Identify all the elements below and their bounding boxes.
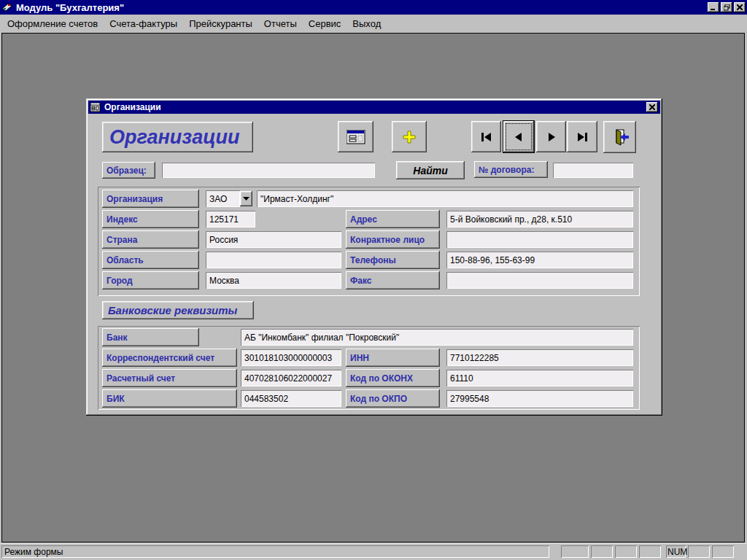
menu-bar: Оформление счетов Счета-фактуры Прейскур… — [0, 15, 747, 32]
contract-number-input[interactable] — [553, 163, 633, 178]
menu-item-reports[interactable]: Отчеты — [258, 16, 303, 31]
bank-input[interactable] — [241, 329, 633, 346]
close-icon — [737, 4, 743, 10]
add-record-button[interactable] — [392, 121, 427, 152]
correspondent-account-input[interactable] — [241, 349, 341, 366]
phones-label: Телефоны — [346, 251, 440, 269]
add-record-icon — [403, 131, 416, 144]
inn-input[interactable] — [446, 349, 633, 366]
previous-record-icon — [514, 133, 524, 141]
app-titlebar: Модуль "Бухгалтерия" — [0, 0, 747, 15]
okonh-code-label: Код по ОКОНХ — [346, 369, 440, 387]
app-title: Модуль "Бухгалтерия" — [16, 2, 706, 13]
minimize-button[interactable] — [708, 2, 719, 12]
organization-type-dropdown-button[interactable] — [240, 191, 252, 206]
last-record-button[interactable] — [567, 121, 597, 152]
form-icon — [90, 103, 101, 112]
form-view-button[interactable] — [338, 121, 374, 152]
form-close-icon — [649, 104, 655, 110]
restore-button[interactable] — [721, 2, 732, 12]
menu-item-pricelists[interactable]: Прейскуранты — [183, 16, 258, 31]
restore-icon — [724, 4, 730, 11]
inn-label: ИНН — [346, 349, 440, 367]
status-panel-1 — [561, 545, 589, 558]
sample-label: Образец: — [102, 162, 155, 179]
status-panel-4 — [639, 545, 661, 558]
address-input[interactable] — [446, 211, 633, 228]
form-close-button[interactable] — [646, 102, 658, 112]
address-label: Адрес — [346, 210, 440, 228]
form-view-icon — [347, 130, 365, 144]
first-record-button[interactable] — [471, 121, 501, 152]
form-title: Организации — [104, 102, 645, 112]
organizations-form-window: Организации Организации — [86, 98, 662, 416]
correspondent-account-label: Корреспондентский счет — [102, 349, 237, 367]
okpo-code-input[interactable] — [446, 390, 633, 407]
exit-door-icon — [611, 128, 630, 146]
city-label: Город — [102, 271, 199, 289]
bik-input[interactable] — [241, 390, 341, 407]
region-input[interactable] — [206, 252, 341, 268]
contact-person-input[interactable] — [446, 231, 633, 248]
first-record-icon — [481, 133, 492, 141]
organization-label: Организация — [102, 190, 199, 208]
bank-label: Банк — [102, 328, 199, 346]
settlement-account-label: Расчетный счет — [102, 369, 237, 387]
okonh-code-input[interactable] — [446, 370, 633, 386]
status-mode-panel: Режим формы — [1, 545, 549, 558]
phones-input[interactable] — [446, 252, 633, 268]
next-record-button[interactable] — [536, 121, 566, 152]
status-panel-3 — [615, 545, 637, 558]
find-button[interactable]: Найти — [396, 161, 465, 179]
menu-item-service[interactable]: Сервис — [303, 16, 347, 31]
last-record-icon — [576, 133, 588, 141]
minimize-icon — [711, 4, 716, 10]
sample-input[interactable] — [162, 163, 375, 178]
city-input[interactable] — [206, 272, 341, 289]
previous-record-button[interactable] — [503, 120, 535, 153]
fax-label: Факс — [346, 271, 440, 289]
postcode-input[interactable] — [206, 211, 255, 228]
app-icon — [1, 2, 13, 12]
bank-details-heading: Банковские реквизиты — [102, 301, 254, 319]
postcode-label: Индекс — [102, 210, 199, 228]
contact-person-label: Конрактное лицо — [346, 230, 440, 249]
chevron-down-icon — [243, 197, 249, 201]
form-heading: Организации — [102, 122, 253, 152]
form-titlebar: Организации — [88, 101, 660, 114]
next-record-icon — [546, 133, 557, 141]
organization-name-input[interactable] — [257, 190, 633, 207]
okpo-code-label: Код по ОКПО — [346, 389, 440, 408]
settlement-account-input[interactable] — [241, 370, 341, 386]
status-mode-text: Режим формы — [4, 547, 63, 557]
close-button[interactable] — [734, 2, 746, 12]
status-bar: Режим формы NUM — [0, 543, 747, 560]
country-input[interactable] — [206, 231, 341, 248]
status-panel-2 — [591, 545, 613, 558]
menu-item-exit[interactable]: Выход — [347, 16, 387, 31]
status-panel-5 — [688, 545, 710, 558]
contract-number-label: № договора: — [474, 161, 548, 178]
organization-type-combo[interactable] — [206, 190, 240, 207]
bik-label: БИК — [102, 389, 237, 408]
menu-item-invoice-factures[interactable]: Счета-фактуры — [104, 16, 183, 31]
exit-form-button[interactable] — [603, 121, 636, 153]
menu-item-invoices[interactable]: Оформление счетов — [1, 16, 104, 31]
region-label: Область — [102, 251, 199, 269]
num-lock-text: NUM — [667, 547, 687, 557]
fax-input[interactable] — [446, 272, 633, 289]
status-panel-6 — [712, 545, 734, 558]
num-lock-indicator: NUM — [666, 545, 686, 558]
country-label: Страна — [102, 230, 199, 249]
